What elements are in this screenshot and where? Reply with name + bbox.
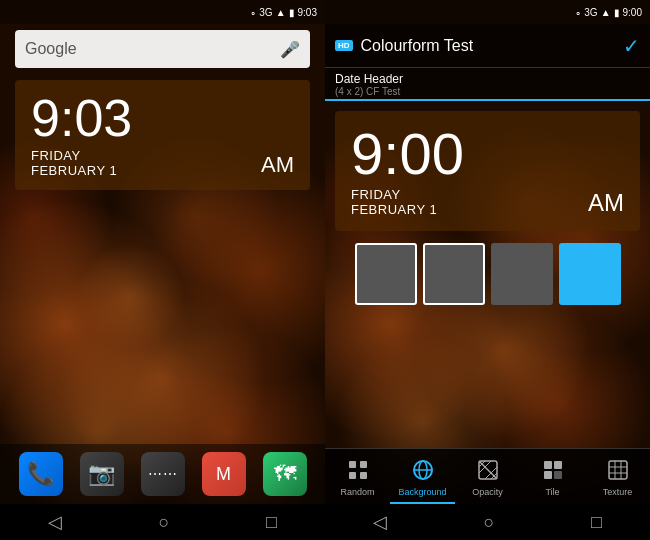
signal-3g-left: 3G: [259, 7, 272, 18]
search-bar[interactable]: Google 🎤: [15, 30, 310, 68]
background-icon: [409, 456, 437, 484]
tab-texture[interactable]: Texture: [585, 452, 650, 501]
tab-background-label: Background: [398, 487, 446, 497]
random-icon: [344, 456, 372, 484]
day-right: FRIDAY: [351, 187, 437, 202]
clock-minute-left: 03: [74, 89, 132, 147]
date-header-bar: Date Header (4 x 2) CF Test: [325, 68, 650, 101]
date-header-title: Date Header: [335, 72, 640, 86]
clock-colon-left: :: [60, 89, 74, 147]
texture-icon: [604, 456, 632, 484]
toolbar-right: HD Colourform Test ✓: [325, 24, 650, 68]
status-icons-left: ∘ 3G ▲ ▮ 9:03: [250, 7, 317, 18]
time-left: 9:03: [298, 7, 317, 18]
tab-tile[interactable]: Tile: [520, 452, 585, 501]
clock-widget-left: 9:03 FRIDAY FEBRUARY 1 AM: [15, 80, 310, 190]
date-text-left: FRIDAY FEBRUARY 1: [31, 148, 117, 178]
tab-random-label: Random: [340, 487, 374, 497]
left-screen: ∘ 3G ▲ ▮ 9:03 Google 🎤 9:03 FRIDAY FEBRU…: [0, 0, 325, 540]
check-icon[interactable]: ✓: [623, 34, 640, 58]
swatch-gray3[interactable]: [491, 243, 553, 305]
tab-opacity[interactable]: Opacity: [455, 452, 520, 501]
back-button-left[interactable]: ◁: [48, 511, 62, 533]
bluetooth-icon-left: ∘: [250, 7, 256, 18]
svg-rect-0: [349, 461, 356, 468]
svg-rect-16: [554, 471, 562, 479]
time-right: 9:00: [623, 7, 642, 18]
swatch-blue[interactable]: [559, 243, 621, 305]
hd-badge: HD: [335, 40, 353, 51]
tile-icon: [539, 456, 567, 484]
dock-icons: 📞 📷 ⋯⋯ M 🗺: [0, 444, 325, 504]
clock-hour-left: 9: [31, 89, 60, 147]
home-button-left[interactable]: ○: [159, 512, 170, 533]
status-bar-left: ∘ 3G ▲ ▮ 9:03: [0, 0, 325, 24]
swatch-gray1[interactable]: [355, 243, 417, 305]
date-header-subtitle: (4 x 2) CF Test: [335, 86, 640, 97]
gmail-icon[interactable]: M: [202, 452, 246, 496]
clock-date-right: FRIDAY FEBRUARY 1 AM: [351, 187, 624, 217]
apps-icon[interactable]: ⋯⋯: [141, 452, 185, 496]
tab-opacity-label: Opacity: [472, 487, 503, 497]
toolbar-title: Colourform Test: [361, 37, 623, 55]
phone-icon[interactable]: 📞: [19, 452, 63, 496]
clock-time-left: 9:03: [31, 92, 294, 144]
clock-hour-right: 9: [351, 121, 383, 186]
svg-rect-2: [349, 472, 356, 479]
nav-bar-left: ◁ ○ □: [0, 504, 325, 540]
status-icons-right: ∘ 3G ▲ ▮ 9:00: [575, 7, 642, 18]
signal-3g-right: 3G: [584, 7, 597, 18]
date-text-right: FRIDAY FEBRUARY 1: [351, 187, 437, 217]
tab-texture-label: Texture: [603, 487, 633, 497]
date-left: FEBRUARY 1: [31, 163, 117, 178]
date-right: FEBRUARY 1: [351, 202, 437, 217]
back-button-right[interactable]: ◁: [373, 511, 387, 533]
status-bar-right: ∘ 3G ▲ ▮ 9:00: [325, 0, 650, 24]
wifi-icon-left: ▲: [276, 7, 286, 18]
svg-rect-1: [360, 461, 367, 468]
day-left: FRIDAY: [31, 148, 117, 163]
battery-icon-right: ▮: [614, 7, 620, 18]
nav-bar-right: ◁ ○ □: [325, 504, 650, 540]
clock-date-left: FRIDAY FEBRUARY 1 AM: [31, 148, 294, 178]
clock-time-right: 9:00: [351, 125, 624, 183]
clock-area-right: 9:00 FRIDAY FEBRUARY 1 AM: [325, 101, 650, 448]
bluetooth-icon-right: ∘: [575, 7, 581, 18]
svg-rect-13: [544, 461, 552, 469]
right-screen: ∘ 3G ▲ ▮ 9:00 HD Colourform Test ✓ Date …: [325, 0, 650, 540]
swatch-gray2[interactable]: [423, 243, 485, 305]
svg-rect-15: [544, 471, 552, 479]
clock-colon-right: :: [383, 121, 399, 186]
battery-icon-left: ▮: [289, 7, 295, 18]
maps-icon[interactable]: 🗺: [263, 452, 307, 496]
recents-button-left[interactable]: □: [266, 512, 277, 533]
clock-widget-right: 9:00 FRIDAY FEBRUARY 1 AM: [335, 111, 640, 231]
home-button-right[interactable]: ○: [484, 512, 495, 533]
wifi-icon-right: ▲: [601, 7, 611, 18]
tabs-bar: Random Background: [325, 448, 650, 504]
ampm-left: AM: [261, 152, 294, 178]
recents-button-right[interactable]: □: [591, 512, 602, 533]
clock-minute-right: 00: [399, 121, 464, 186]
opacity-icon: [474, 456, 502, 484]
svg-rect-14: [554, 461, 562, 469]
svg-rect-17: [609, 461, 627, 479]
google-label: Google: [25, 40, 280, 58]
ampm-right: AM: [588, 189, 624, 217]
tab-tile-label: Tile: [545, 487, 559, 497]
svg-rect-3: [360, 472, 367, 479]
tab-active-indicator: [390, 502, 455, 504]
tab-random[interactable]: Random: [325, 452, 390, 501]
camera-icon[interactable]: 📷: [80, 452, 124, 496]
swatches-row: [325, 231, 650, 313]
tab-background[interactable]: Background: [390, 452, 455, 501]
mic-icon[interactable]: 🎤: [280, 39, 300, 59]
dock-left: 📞 📷 ⋯⋯ M 🗺 ◁ ○ □: [0, 444, 325, 540]
